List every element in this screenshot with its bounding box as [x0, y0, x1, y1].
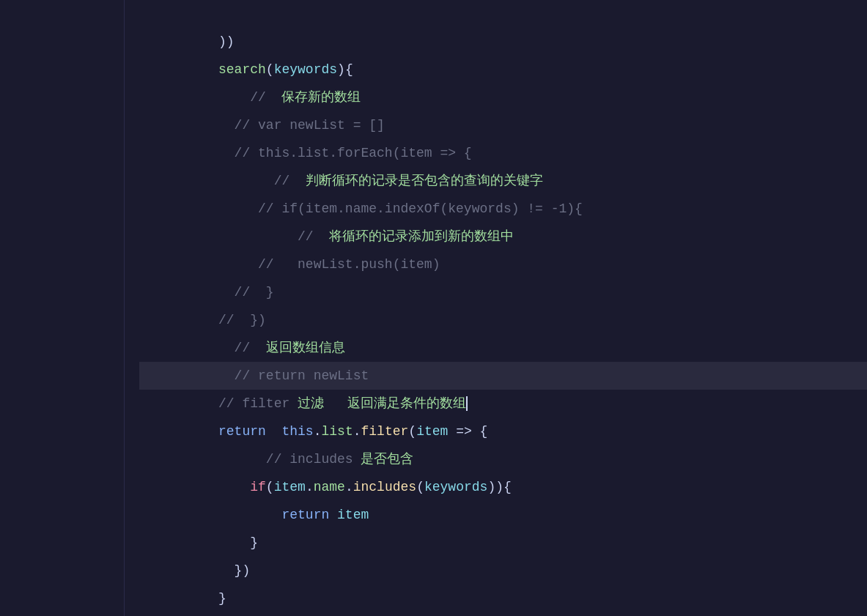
code-line: )): [139, 0, 867, 28]
line-num: [0, 557, 109, 585]
line-num: [0, 0, 109, 28]
line-num: [0, 84, 109, 111]
line-num: [0, 139, 109, 167]
line-num: [0, 473, 109, 501]
line-num: [0, 445, 109, 473]
line-num: [0, 195, 109, 223]
line-num: [0, 390, 109, 418]
line-num: [0, 251, 109, 278]
line-num: [0, 223, 109, 251]
line-num: [0, 56, 109, 84]
code-line: }: [139, 585, 867, 612]
code-editor: )) search(keywords){ // 保存新的数组 // var ne…: [0, 0, 867, 616]
line-num: [0, 28, 109, 56]
line-num: [0, 501, 109, 529]
line-num: [0, 167, 109, 195]
code-line: search(keywords){: [139, 28, 867, 56]
line-num: [0, 418, 109, 445]
line-num: [0, 278, 109, 306]
line-numbers: [0, 0, 125, 616]
code-line: }): [139, 612, 867, 616]
code-content[interactable]: )) search(keywords){ // 保存新的数组 // var ne…: [125, 0, 867, 616]
line-num: [0, 306, 109, 334]
line-num: [0, 585, 109, 612]
line-num: [0, 362, 109, 390]
line-num: [0, 334, 109, 362]
line-num: [0, 529, 109, 557]
line-num: [0, 111, 109, 139]
